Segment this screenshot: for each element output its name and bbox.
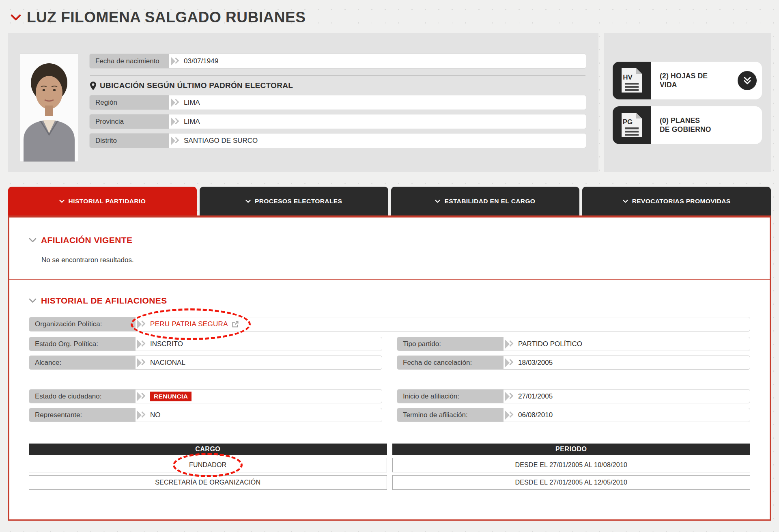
section-title: HISTORIAL DE AFILIACIONES xyxy=(41,296,167,306)
historial-heading[interactable]: HISTORIAL DE AFILIACIONES xyxy=(29,296,750,306)
tab-estabilidad-en-el-cargo[interactable]: ESTABILIDAD EN EL CARGO xyxy=(391,187,580,215)
estado-ciudadano-row: Estado de ciudadano: RENUNCIA xyxy=(29,389,382,403)
hv-expand-button[interactable] xyxy=(738,71,757,90)
tab-historial-partidario[interactable]: HISTORIAL PARTIDARIO xyxy=(8,187,197,215)
cargo-column-header: CARGO xyxy=(29,444,387,455)
historial-afiliaciones-section: HISTORIAL DE AFILIACIONES Organización P… xyxy=(9,280,770,514)
svg-text:HV: HV xyxy=(623,73,633,81)
tab-label: ESTABILIDAD EN EL CARGO xyxy=(444,198,535,205)
provincia-value-box: LIMA xyxy=(169,114,586,129)
cargo-periodo-table: CARGO FUNDADOR SECRETARÍA DE ORGANIZACIÓ… xyxy=(29,444,750,490)
hv-label: (2) HOJAS DE VIDA xyxy=(660,71,712,90)
external-link-icon xyxy=(232,321,239,328)
field-value-box: 18/03/2005 xyxy=(504,356,750,369)
table-cell-cargo-1: FUNDADOR xyxy=(29,458,387,472)
field-value: 27/01/2005 xyxy=(518,392,553,401)
empty-results-message: No se encontraron resultados. xyxy=(41,256,750,264)
region-value-box: LIMA xyxy=(169,95,586,110)
location-header-text: UBICACIÓN SEGÚN ÚLTIMO PADRÓN ELECTORAL xyxy=(100,81,293,90)
historial-fields-block2: Estado de ciudadano: RENUNCIA Representa… xyxy=(29,389,750,426)
birthdate-label: Fecha de nacimiento xyxy=(90,54,169,68)
chevron-down-icon xyxy=(29,298,37,303)
distrito-label: Distrito xyxy=(90,134,169,148)
tab-label: HISTORIAL PARTIDARIO xyxy=(69,198,146,205)
candidate-photo xyxy=(20,54,78,162)
page-title-row: LUZ FILOMENA SALGADO RUBIANES xyxy=(11,9,771,26)
distrito-row: Distrito SANTIAGO DE SURCO xyxy=(89,133,586,148)
birthdate-row: Fecha de nacimiento 03/07/1949 xyxy=(89,54,586,69)
representante-row: Representante: NO xyxy=(29,408,382,422)
tab-label: REVOCATORIAS PROMOVIDAS xyxy=(632,198,731,205)
table-cell-periodo-1: DESDE EL 27/01/2005 AL 10/08/2010 xyxy=(392,458,751,472)
field-value: 18/03/2005 xyxy=(518,359,553,367)
cargo-value: FUNDADOR xyxy=(189,461,226,468)
field-value-box: NACIONAL xyxy=(136,356,382,369)
chevron-down-icon xyxy=(623,200,628,203)
chevron-down-icon xyxy=(11,14,21,21)
pg-pill[interactable]: (0) PLANES DE GOBIERNO xyxy=(651,106,762,144)
periodo-value: DESDE EL 27/01/2005 AL 12/05/2010 xyxy=(515,479,627,486)
field-value-box: PARTIDO POLÍTICO xyxy=(504,337,750,351)
estado-org-row: Estado Org. Política: INSCRITO xyxy=(29,337,382,351)
fecha-cancelacion-row: Fecha de cancelación: 18/03/2005 xyxy=(397,355,750,370)
field-value-box: 27/01/2005 xyxy=(504,390,750,403)
chevron-down-icon xyxy=(435,200,440,203)
location-pin-icon xyxy=(90,82,96,90)
profile-card: Fecha de nacimiento 03/07/1949 UBICACIÓN… xyxy=(8,33,598,172)
field-value-box: RENUNCIA xyxy=(136,390,382,403)
field-label: Alcance: xyxy=(29,356,136,369)
field-label: Estado de ciudadano: xyxy=(29,390,136,403)
field-value-box: NO xyxy=(136,408,382,422)
svg-text:PG: PG xyxy=(623,118,633,126)
distrito-value: SANTIAGO DE SURCO xyxy=(184,137,258,145)
chevron-down-icon xyxy=(59,200,65,203)
tab-content-panel: AFILIACIÓN VIGENTE No se encontraron res… xyxy=(8,215,771,521)
afiliacion-vigente-heading[interactable]: AFILIACIÓN VIGENTE xyxy=(29,235,750,245)
field-value: 06/08/2010 xyxy=(518,411,553,419)
distrito-value-box: SANTIAGO DE SURCO xyxy=(169,134,586,148)
organizacion-politica-row: Organización Política: PERU PATRIA SEGUR… xyxy=(29,317,750,332)
birthdate-value: 03/07/1949 xyxy=(184,57,218,65)
page: LUZ FILOMENA SALGADO RUBIANES xyxy=(0,0,779,521)
field-label: Tipo partido: xyxy=(397,337,504,351)
field-value: NO xyxy=(150,411,161,419)
region-value: LIMA xyxy=(184,99,200,107)
provincia-row: Provincia LIMA xyxy=(89,114,586,129)
section-title: AFILIACIÓN VIGENTE xyxy=(41,235,132,245)
table-cell-periodo-2: DESDE EL 27/01/2005 AL 12/05/2010 xyxy=(392,475,751,490)
tipo-partido-row: Tipo partido: PARTIDO POLÍTICO xyxy=(397,337,750,351)
periodo-value: DESDE EL 27/01/2005 AL 10/08/2010 xyxy=(515,461,627,468)
field-value-box: 06/08/2010 xyxy=(504,408,750,422)
field-value: NACIONAL xyxy=(150,359,185,367)
planes-de-gobierno-button[interactable]: PG (0) PLANES DE GOBIERNO xyxy=(613,106,762,144)
chevron-down-icon xyxy=(245,200,251,203)
organizacion-link[interactable]: PERU PATRIA SEGURA xyxy=(150,320,239,328)
profile-fields: Fecha de nacimiento 03/07/1949 UBICACIÓN… xyxy=(89,44,586,162)
historial-fields-block1: Estado Org. Política: INSCRITO Alcance: … xyxy=(29,337,750,374)
tab-revocatorias-promovidas[interactable]: REVOCATORIAS PROMOVIDAS xyxy=(582,187,771,215)
hojas-de-vida-button[interactable]: HV (2) HOJAS DE VIDA xyxy=(613,62,762,99)
field-value: INSCRITO xyxy=(150,340,183,348)
tab-bar: HISTORIAL PARTIDARIO PROCESOS ELECTORALE… xyxy=(8,187,771,215)
region-row: Región LIMA xyxy=(89,95,586,110)
provincia-label: Provincia xyxy=(90,114,169,129)
hv-document-icon: HV xyxy=(613,62,651,99)
organizacion-value: PERU PATRIA SEGURA xyxy=(150,320,228,328)
tab-label: PROCESOS ELECTORALES xyxy=(255,198,342,205)
portrait-image xyxy=(20,54,78,162)
chevron-down-icon xyxy=(29,238,37,243)
organizacion-label: Organización Política: xyxy=(29,317,136,331)
pg-label: (0) PLANES DE GOBIERNO xyxy=(660,116,712,134)
hv-pill[interactable]: (2) HOJAS DE VIDA xyxy=(651,62,762,99)
field-label: Representante: xyxy=(29,408,136,422)
region-label: Región xyxy=(90,95,169,110)
field-value: PARTIDO POLÍTICO xyxy=(518,340,582,348)
periodo-column: PERIODO DESDE EL 27/01/2005 AL 10/08/201… xyxy=(392,444,751,490)
field-value-box: INSCRITO xyxy=(136,337,382,351)
tab-procesos-electorales[interactable]: PROCESOS ELECTORALES xyxy=(200,187,388,215)
field-label: Inicio de afiliación: xyxy=(397,390,504,403)
profile-section: Fecha de nacimiento 03/07/1949 UBICACIÓN… xyxy=(8,33,771,172)
table-cell-cargo-2: SECRETARÍA DE ORGANIZACIÓN xyxy=(29,475,387,490)
provincia-value: LIMA xyxy=(184,118,200,126)
documents-card: HV (2) HOJAS DE VIDA xyxy=(604,33,771,172)
